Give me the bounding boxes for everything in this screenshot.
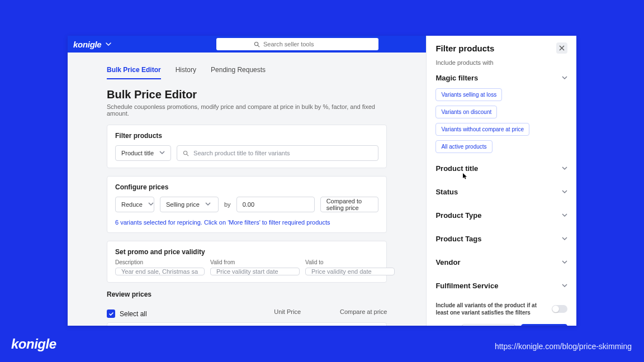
chip-variants-discount[interactable]: Variants on discount (435, 106, 497, 118)
magic-filter-chips: Variants selling at loss Variants on dis… (435, 88, 567, 153)
section-product-type[interactable]: Product Type (435, 203, 567, 227)
desc-label: Description (115, 259, 205, 265)
desc-input[interactable] (121, 268, 198, 275)
topbar: konigle (68, 36, 426, 53)
tab-bulk-price-editor[interactable]: Bulk Price Editor (107, 66, 161, 79)
section-product-tags[interactable]: Product Tags (435, 227, 567, 250)
chip-variants-loss[interactable]: Variants selling at loss (435, 88, 502, 101)
valid-to-wrap[interactable] (305, 268, 395, 275)
section-title: Fulfilment Service (435, 282, 498, 290)
action-value: Reduce (121, 201, 143, 208)
page-title: Bulk Price Editor (107, 88, 387, 101)
filter-search-input-wrap[interactable] (177, 145, 378, 161)
include-label: Include products with (435, 59, 567, 66)
chevron-down-icon (562, 210, 567, 220)
section-title: Product Type (435, 211, 481, 220)
search-icon (254, 41, 260, 47)
compared-select[interactable]: Compared to selling price (320, 197, 379, 212)
chevron-down-icon (562, 234, 567, 244)
section-status[interactable]: Status (435, 180, 567, 203)
svg-point-2 (184, 151, 187, 154)
compared-value: Compared to selling price (326, 198, 373, 211)
section-title: Status (435, 188, 458, 196)
table-row: Tumbler 500 ml, 2023-TUMBLER USD 17% 14.… (107, 322, 387, 326)
section-fulfilment-service[interactable]: Fulfilment Service (435, 274, 567, 297)
toggle-label: Include all variants of the product if a… (435, 302, 542, 316)
workspace-switcher[interactable] (106, 41, 111, 47)
price-type-select[interactable]: Selling price (160, 197, 219, 212)
section-vendor[interactable]: Vendor (435, 250, 567, 274)
include-all-variants-row: Include all variants of the product if a… (435, 302, 567, 316)
section-magic-filters[interactable]: Magic filters (435, 66, 567, 89)
filter-panel: Filter products Include products with Ma… (426, 36, 576, 326)
app-window: konigle Bulk Price Editor History Pendin… (68, 36, 576, 326)
chevron-down-icon (562, 257, 567, 267)
col-compare-price: Compare at price (340, 308, 387, 315)
clear-filters-button[interactable]: Clear all filters (462, 324, 515, 326)
col-unit-price: Unit Price (274, 308, 301, 315)
amount-input-wrap[interactable]: % (236, 197, 315, 212)
chevron-down-icon (562, 280, 567, 290)
chip-all-active[interactable]: All active products (435, 140, 492, 153)
filter-products-card: Filter products Product title (107, 125, 387, 168)
section-title: Magic filters (435, 74, 478, 82)
filter-field-value: Product title (121, 150, 154, 156)
section-title: Vendor (435, 258, 460, 266)
include-all-variants-toggle[interactable] (552, 305, 567, 313)
svg-point-0 (254, 42, 258, 45)
chip-variants-no-compare[interactable]: Variants without compare at price (435, 123, 529, 136)
content-area: Bulk Price Editor History Pending Reques… (68, 53, 426, 326)
global-search-input[interactable] (263, 41, 342, 47)
section-title: Product title (435, 164, 478, 173)
section-product-title[interactable]: Product title (435, 156, 567, 180)
tab-history[interactable]: History (176, 66, 196, 79)
amount-input[interactable] (243, 201, 320, 208)
chevron-down-icon (562, 73, 567, 83)
page-subtitle: Schedule couponless promotions, modify p… (107, 103, 387, 117)
section-title: Product Tags (435, 235, 481, 243)
apply-filters-button[interactable]: Apply filters (521, 324, 567, 326)
price-type-value: Selling price (166, 201, 200, 208)
configure-prices-card: Configure prices Reduce Selling price by… (107, 176, 387, 233)
tab-pending-requests[interactable]: Pending Requests (211, 66, 266, 79)
review-label: Review prices (107, 290, 387, 298)
svg-line-3 (187, 154, 188, 156)
filter-field-select[interactable]: Product title (115, 145, 171, 161)
chevron-down-icon (148, 201, 154, 208)
promo-card: Set promo and price validity Description… (107, 241, 387, 283)
desc-input-wrap[interactable] (115, 268, 205, 275)
variants-notice: 6 variants selected for repricing. Click… (115, 219, 378, 226)
brand-logo: konigle (73, 40, 101, 49)
filter-panel-title: Filter products (435, 44, 494, 53)
configure-label: Configure prices (115, 183, 378, 191)
valid-from-wrap[interactable] (210, 268, 300, 275)
review-section: Review prices Select all Unit Price Comp… (107, 290, 387, 326)
chevron-down-icon (159, 150, 165, 156)
main-column: konigle Bulk Price Editor History Pendin… (68, 36, 426, 326)
chevron-down-icon (562, 163, 567, 173)
select-all-checkbox[interactable] (107, 309, 115, 318)
action-select[interactable]: Reduce (115, 197, 154, 212)
filter-search-input[interactable] (193, 150, 372, 156)
chevron-down-icon (205, 201, 211, 208)
tab-bar: Bulk Price Editor History Pending Reques… (107, 66, 387, 79)
filter-label: Filter products (115, 132, 378, 140)
footer-brand: konigle (11, 336, 56, 352)
valid-to-label: Valid to (305, 259, 395, 265)
select-all-label: Select all (120, 310, 147, 318)
by-label: by (224, 201, 231, 208)
valid-to-input[interactable] (311, 268, 389, 275)
footer-url: https://konigle.com/blog/price-skimming (495, 342, 632, 351)
close-button[interactable] (556, 42, 567, 54)
svg-line-1 (258, 45, 259, 47)
global-search[interactable] (216, 38, 378, 50)
valid-from-label: Valid from (210, 259, 300, 265)
valid-from-input[interactable] (216, 268, 293, 275)
chevron-down-icon (562, 187, 567, 197)
promo-label: Set promo and price validity (115, 248, 378, 256)
search-icon (183, 150, 189, 156)
